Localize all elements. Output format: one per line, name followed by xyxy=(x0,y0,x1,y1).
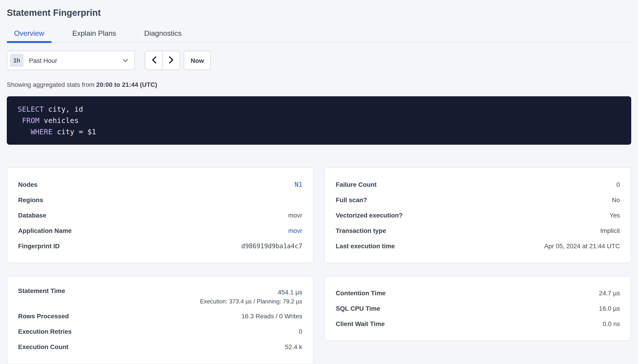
row-subvalue: Execution: 373.4 µs / Planning: 79.2 µs xyxy=(200,297,302,306)
row-label: Failure Count xyxy=(336,181,376,188)
page-title: Statement Fingerprint xyxy=(7,0,631,18)
row-label: Statement Time xyxy=(18,287,65,294)
sql-indent xyxy=(18,116,22,125)
sql-text: vehicles xyxy=(39,116,79,125)
row-label: Nodes xyxy=(18,181,38,188)
table-row: Statement Time 454.1 µs Execution: 373.4… xyxy=(18,285,302,308)
table-row: Failure Count 0 xyxy=(336,177,620,192)
chevron-left-icon xyxy=(151,56,156,65)
table-row: Client Wait Time 0.0 ns xyxy=(336,316,620,332)
interval-nav-group xyxy=(145,51,180,70)
table-row: Vectorized execution? Yes xyxy=(336,208,620,223)
sql-text: city, id xyxy=(44,105,83,114)
table-row: Execution Count 52.4 k xyxy=(18,339,302,354)
table-row: Application Name movr xyxy=(18,223,302,238)
now-button[interactable]: Now xyxy=(184,51,211,70)
tab-overview[interactable]: Overview xyxy=(7,28,51,42)
row-value: Yes xyxy=(609,212,620,219)
aggregation-range: 20:00 to 21:44 (UTC) xyxy=(96,81,157,88)
page-content: Statement Fingerprint Overview Explain P… xyxy=(0,0,638,364)
chevron-down-icon xyxy=(123,58,128,62)
row-label: Client Wait Time xyxy=(336,320,385,327)
interval-badge: 1h xyxy=(10,54,24,67)
sql-keyword: FROM xyxy=(22,116,39,125)
chevron-right-icon xyxy=(169,56,174,65)
row-label: Execution Count xyxy=(18,343,68,350)
time-controls: 1h Past Hour Now xyxy=(7,51,631,70)
row-value: 0 xyxy=(616,181,620,188)
row-label: Execution Retries xyxy=(18,328,72,335)
sql-line: WHERE city = $1 xyxy=(18,126,620,138)
row-label: Last execution time xyxy=(336,242,395,250)
execution-attributes-card: Failure Count 0 Full scan? No Vectorized… xyxy=(324,167,631,263)
statement-time-values: 454.1 µs Execution: 373.4 µs / Planning:… xyxy=(200,287,302,306)
row-value: 454.1 µs xyxy=(278,287,302,297)
row-label: Regions xyxy=(18,196,43,204)
table-row: Database movr xyxy=(18,208,302,223)
table-row: Transaction type Implicit xyxy=(336,223,620,238)
row-value: No xyxy=(612,196,620,204)
sql-text: city = $1 xyxy=(53,128,96,136)
row-value: 52.4 k xyxy=(285,343,302,350)
row-label: SQL CPU Time xyxy=(336,305,380,312)
row-value: 0.0 ns xyxy=(603,320,620,327)
row-value: 0 xyxy=(299,328,302,335)
table-row: Regions xyxy=(18,192,302,208)
table-row: Last execution time Apr 05, 2024 at 21:4… xyxy=(336,238,620,254)
row-value: 16.3 Reads / 0 Writes xyxy=(241,312,302,320)
summary-cards-grid: Nodes N1 Regions Database movr Applicati… xyxy=(7,167,631,364)
table-row: Rows Processed 16.3 Reads / 0 Writes xyxy=(18,308,302,324)
next-interval-button[interactable] xyxy=(163,51,180,70)
table-row: Nodes N1 xyxy=(18,177,302,192)
table-row: Fingerprint ID d986919d9ba1a4c7 xyxy=(18,238,302,254)
row-label: Fingerprint ID xyxy=(18,242,60,250)
last-execution-time-value: Apr 05, 2024 at 21:44 UTC xyxy=(544,242,620,250)
table-row: Execution Retries 0 xyxy=(18,324,302,339)
sql-keyword: SELECT xyxy=(18,105,44,114)
fingerprint-id-value: d986919d9ba1a4c7 xyxy=(241,242,302,250)
row-label: Application Name xyxy=(18,227,72,234)
row-label: Transaction type xyxy=(336,227,386,234)
row-value: 16.0 µs xyxy=(599,305,620,312)
row-label: Database xyxy=(18,212,46,219)
previous-interval-button[interactable] xyxy=(145,51,163,70)
statement-properties-card: Nodes N1 Regions Database movr Applicati… xyxy=(7,167,314,263)
sql-keyword: WHERE xyxy=(31,128,53,136)
tab-explain-plans[interactable]: Explain Plans xyxy=(65,28,123,42)
row-value: 24.7 µs xyxy=(599,290,620,297)
table-row: Full scan? No xyxy=(336,192,620,208)
row-label: Vectorized execution? xyxy=(336,212,403,219)
wait-time-stats-card: Contention Time 24.7 µs SQL CPU Time 16.… xyxy=(324,276,631,341)
sql-line: SELECT city, id xyxy=(18,104,620,115)
sql-indent xyxy=(18,128,31,136)
table-row: Contention Time 24.7 µs xyxy=(336,285,620,301)
row-label: Contention Time xyxy=(336,290,385,297)
statement-fingerprint-page: Statement Fingerprint Overview Explain P… xyxy=(0,0,638,364)
aggregation-period-text: Showing aggregated stats from 20:00 to 2… xyxy=(7,80,631,89)
node-link[interactable]: N1 xyxy=(295,181,302,188)
sql-statement-box: SELECT city, id FROM vehicles WHERE city… xyxy=(7,96,631,145)
time-interval-select[interactable]: 1h Past Hour xyxy=(7,51,135,70)
database-value: movr xyxy=(288,212,302,219)
aggregation-prefix: Showing aggregated stats from xyxy=(7,81,96,88)
row-value: Implicit xyxy=(600,227,620,234)
row-label: Full scan? xyxy=(336,196,367,204)
row-label: Rows Processed xyxy=(18,312,69,320)
tab-diagnostics[interactable]: Diagnostics xyxy=(137,28,189,42)
application-name-link[interactable]: movr xyxy=(288,227,302,234)
tab-bar: Overview Explain Plans Diagnostics xyxy=(7,28,631,42)
sql-line: FROM vehicles xyxy=(18,115,620,126)
time-interval-value: Past Hour xyxy=(29,57,57,64)
statement-stats-card: Statement Time 454.1 µs Execution: 373.4… xyxy=(7,276,314,364)
table-row: SQL CPU Time 16.0 µs xyxy=(336,301,620,316)
